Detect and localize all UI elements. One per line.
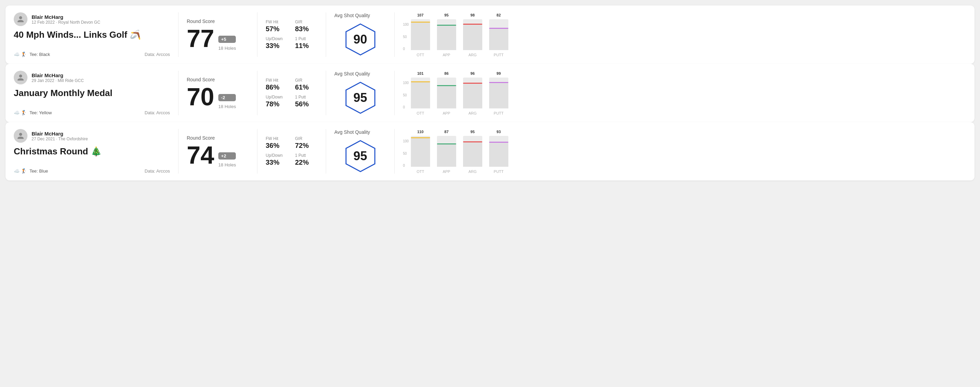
user-info: Blair McHarg 27 Dec 2021 · The Oxfordshi…: [32, 131, 88, 141]
bar-label: OTT: [417, 111, 424, 115]
user-row: Blair McHarg 12 Feb 2022 · Royal North D…: [14, 12, 170, 26]
chart-columns: 107 OTT 95 APP 98: [411, 12, 508, 57]
hex-score: 95: [353, 90, 367, 105]
weather-icon: ☁️ 🏌️: [14, 110, 27, 115]
round-card-round3: Blair McHarg 27 Dec 2021 · The Oxfordshi…: [5, 122, 975, 181]
one-putt-label: 1 Putt: [295, 36, 318, 41]
up-down-label: Up/Down: [266, 153, 288, 158]
bar-value: 93: [497, 130, 501, 134]
score-badge-group: -2 18 Holes: [218, 94, 236, 109]
up-down-value: 78%: [266, 100, 288, 108]
user-date: 12 Feb 2022 · Royal North Devon GC: [32, 20, 100, 25]
card-quality: Avg Shot Quality 95: [326, 71, 395, 115]
bar-wrapper: [489, 19, 508, 50]
hexagon: 95: [343, 81, 378, 115]
user-row: Blair McHarg 27 Dec 2021 · The Oxfordshi…: [14, 129, 170, 143]
score-number: 77: [187, 26, 214, 51]
card-footer: ☁️ 🏌️ Tee: Black Data: Arccos: [14, 51, 170, 57]
card-quality: Avg Shot Quality 95: [326, 129, 395, 174]
bar-value: 110: [417, 130, 423, 134]
chart-column-putt: 93 PUTT: [489, 130, 508, 174]
card-stats: FW Hit 57% GIR 83% Up/Down 33% 1 Putt 11…: [258, 12, 326, 57]
bar-wrapper: [411, 78, 430, 108]
card-left: Blair McHarg 27 Dec 2021 · The Oxfordshi…: [14, 129, 178, 174]
y-axis: 100 50 0: [403, 23, 409, 57]
card-score: Round Score 74 +2 18 Holes: [178, 129, 258, 174]
one-putt-value: 22%: [295, 159, 318, 167]
tee-info: ☁️ 🏌️ Tee: Blue: [14, 168, 48, 174]
chart-column-app: 86 APP: [437, 71, 456, 115]
y-50: 50: [403, 35, 409, 39]
score-row: 70 -2 18 Holes: [187, 84, 249, 109]
tee-info: ☁️ 🏌️ Tee: Black: [14, 51, 50, 57]
user-info: Blair McHarg 29 Jan 2022 · Mill Ride GCC: [32, 72, 84, 83]
bar-value: 82: [497, 13, 501, 17]
weather-icon: ☁️ 🏌️: [14, 168, 27, 174]
chart-bars: 100 50 0 110 OTT 87: [403, 129, 961, 174]
hex-container: 95: [334, 81, 386, 115]
quality-label: Avg Shot Quality: [334, 71, 370, 76]
hex-container: 90: [334, 22, 386, 57]
bar-value: 86: [444, 71, 449, 76]
y-100: 100: [403, 139, 409, 143]
one-putt-stat: 1 Putt 56%: [295, 95, 318, 108]
chart-columns: 101 OTT 86 APP 96: [411, 71, 508, 115]
y-axis: 100 50 0: [403, 81, 409, 115]
one-putt-value: 56%: [295, 100, 318, 108]
chart-column-app: 87 APP: [437, 130, 456, 174]
bar-wrapper: [489, 78, 508, 108]
score-label: Round Score: [187, 19, 249, 24]
weather-icon: ☁️ 🏌️: [14, 51, 27, 57]
quality-label: Avg Shot Quality: [334, 13, 370, 18]
score-label: Round Score: [187, 77, 249, 82]
bar-label: PUTT: [493, 170, 504, 174]
score-holes: 18 Holes: [218, 104, 236, 109]
user-name: Blair McHarg: [32, 14, 100, 20]
bar-label: ARG: [469, 170, 477, 174]
user-name: Blair McHarg: [32, 131, 88, 136]
shot-quality-chart: 100 50 0 110 OTT 87: [395, 129, 966, 174]
person-icon: [17, 132, 24, 140]
score-label: Round Score: [187, 135, 249, 141]
up-down-stat: Up/Down 33%: [266, 153, 288, 167]
hexagon: 95: [343, 139, 378, 173]
score-row: 74 +2 18 Holes: [187, 143, 249, 167]
up-down-value: 33%: [266, 42, 288, 50]
up-down-label: Up/Down: [266, 36, 288, 41]
fw-hit-value: 36%: [266, 142, 288, 149]
gir-value: 61%: [295, 83, 318, 91]
bar-value: 96: [471, 71, 475, 76]
card-left: Blair McHarg 29 Jan 2022 · Mill Ride GCC…: [14, 71, 178, 115]
fw-hit-value: 57%: [266, 25, 288, 33]
bar-label: OTT: [417, 53, 424, 57]
up-down-stat: Up/Down 78%: [266, 95, 288, 108]
one-putt-label: 1 Putt: [295, 95, 318, 100]
up-down-label: Up/Down: [266, 95, 288, 100]
score-row: 77 +5 18 Holes: [187, 26, 249, 51]
round-card-round2: Blair McHarg 29 Jan 2022 · Mill Ride GCC…: [5, 64, 975, 122]
bar-label: APP: [443, 170, 450, 174]
up-down-value: 33%: [266, 159, 288, 167]
stats-grid: FW Hit 86% GIR 61% Up/Down 78% 1 Putt 56…: [266, 78, 318, 108]
one-putt-value: 11%: [295, 42, 318, 50]
round-title: Christmas Round 🎄: [14, 146, 170, 157]
bar-value: 87: [444, 130, 449, 134]
one-putt-label: 1 Putt: [295, 153, 318, 158]
hex-score: 95: [353, 149, 367, 163]
chart-columns: 110 OTT 87 APP 95: [411, 129, 508, 174]
avatar: [14, 12, 27, 26]
score-badge: -2: [218, 94, 236, 101]
chart-column-app: 95 APP: [437, 13, 456, 57]
fw-hit-label: FW Hit: [266, 136, 288, 141]
gir-value: 72%: [295, 142, 318, 149]
tee-label: Tee: Yellow: [30, 110, 52, 115]
y-0: 0: [403, 105, 409, 109]
y-0: 0: [403, 47, 409, 51]
round-card-round1: Blair McHarg 12 Feb 2022 · Royal North D…: [5, 5, 975, 64]
bar-wrapper: [437, 78, 456, 108]
data-source-label: Data: Arccos: [145, 168, 170, 174]
user-date: 27 Dec 2021 · The Oxfordshire: [32, 136, 88, 141]
y-100: 100: [403, 81, 409, 85]
bar-label: APP: [443, 53, 450, 57]
gir-label: GIR: [295, 136, 318, 141]
